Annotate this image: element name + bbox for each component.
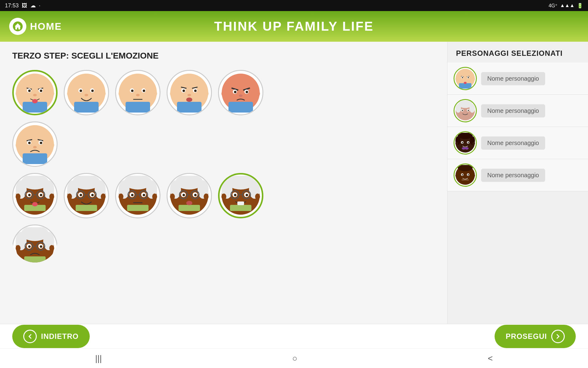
- next-label: PROSEGUI: [506, 332, 547, 341]
- wifi-icon: ▲▲▲: [560, 3, 575, 8]
- svg-point-3: [16, 90, 21, 97]
- menu-button[interactable]: |||: [95, 354, 102, 363]
- svg-point-20: [91, 90, 94, 92]
- avatar-bald-sad[interactable]: [12, 121, 58, 167]
- svg-point-43: [186, 98, 192, 102]
- back-nav-button[interactable]: <: [488, 354, 493, 363]
- right-panel-title: PERSONAGGI SELEZIONATI: [447, 42, 588, 63]
- character-item-4[interactable]: Nome personaggio: [447, 159, 588, 191]
- svg-point-106: [131, 194, 134, 196]
- back-nav-icon: <: [488, 354, 493, 363]
- battery-icon: 🔋: [577, 3, 583, 9]
- right-panel: PERSONAGGI SELEZIONATI: [447, 42, 588, 324]
- svg-point-136: [234, 194, 236, 196]
- signal-icon: 4G⁺: [548, 3, 557, 9]
- avatar-bald-disgust[interactable]: [12, 70, 58, 115]
- svg-point-78: [40, 194, 42, 196]
- character-item-3[interactable]: Nome personaggio: [447, 127, 588, 159]
- next-arrow-icon: [554, 333, 562, 340]
- svg-point-53: [246, 91, 248, 93]
- avatar-grandma-neutral[interactable]: [115, 173, 160, 218]
- home-icon-circle: [9, 18, 26, 35]
- bottom-bar: INDIETRO PROSEGUI: [0, 324, 588, 348]
- svg-point-130: [255, 194, 260, 200]
- svg-point-187: [455, 174, 458, 177]
- image-icon: 🖼: [22, 2, 27, 9]
- next-button[interactable]: PROSEGUI: [495, 325, 576, 348]
- svg-point-124: [186, 201, 192, 205]
- header: HOME THINK UP FAMILY LIFE: [0, 11, 588, 42]
- menu-icon: |||: [95, 354, 102, 363]
- svg-point-9: [28, 90, 31, 92]
- svg-point-172: [468, 110, 469, 111]
- next-arrow-circle: [551, 330, 565, 343]
- svg-point-42: [187, 94, 191, 96]
- svg-point-71: [49, 194, 54, 200]
- svg-point-178: [473, 142, 475, 145]
- character-item-1[interactable]: Nome personaggio: [447, 63, 588, 95]
- grandma-row-1: [12, 173, 435, 218]
- avatar-grandma-smile-selected[interactable]: [218, 173, 263, 218]
- avatar-bald-surprised[interactable]: [167, 70, 212, 115]
- back-label: INDIETRO: [41, 332, 79, 341]
- svg-point-171: [462, 110, 463, 111]
- svg-point-167: [455, 104, 461, 113]
- avatar-grandma-disgust[interactable]: [12, 173, 58, 218]
- status-icons: 4G⁺ ▲▲▲ 🔋: [548, 3, 583, 9]
- character-list: Nome personaggio: [447, 63, 588, 324]
- home-nav-icon: ○: [292, 354, 297, 363]
- home-nav-button[interactable]: ○: [292, 354, 297, 363]
- svg-rect-45: [228, 102, 253, 113]
- svg-rect-108: [127, 205, 149, 211]
- header-title: THINK UP FAMILY LIFE: [214, 19, 374, 34]
- svg-point-137: [246, 194, 248, 196]
- svg-point-21: [85, 94, 88, 96]
- avatar-grandma-sad[interactable]: [12, 224, 58, 270]
- svg-point-99: [119, 194, 123, 200]
- home-button[interactable]: HOME: [9, 18, 62, 35]
- svg-point-15: [67, 90, 72, 97]
- avatar-grandma-happy[interactable]: [64, 173, 109, 218]
- svg-point-182: [468, 142, 469, 143]
- svg-point-41: [194, 90, 197, 92]
- svg-rect-23: [126, 102, 150, 113]
- svg-point-16: [101, 90, 106, 97]
- svg-point-35: [204, 90, 209, 97]
- svg-rect-138: [230, 205, 251, 211]
- character-item-2[interactable]: Nome personaggio: [447, 95, 588, 127]
- svg-point-54: [239, 94, 243, 97]
- svg-point-156: [455, 77, 458, 80]
- svg-point-168: [469, 104, 475, 113]
- left-panel: TERZO STEP: SCEGLI L'EMOZIONE: [0, 42, 447, 324]
- svg-point-11: [33, 94, 37, 96]
- svg-point-162: [462, 77, 463, 78]
- svg-point-192: [468, 174, 469, 175]
- svg-point-64: [40, 142, 42, 144]
- svg-rect-94: [76, 205, 97, 211]
- svg-point-164: [464, 82, 466, 84]
- svg-point-122: [194, 194, 197, 196]
- svg-point-181: [462, 142, 463, 143]
- svg-point-57: [16, 142, 21, 148]
- svg-point-46: [221, 90, 226, 97]
- svg-point-24: [119, 90, 123, 97]
- char-avatar-2: [454, 99, 477, 122]
- svg-point-30: [136, 94, 140, 96]
- svg-point-92: [80, 194, 82, 196]
- avatar-bald-happy[interactable]: [64, 70, 109, 115]
- avatar-grandma-surprised[interactable]: [167, 173, 212, 218]
- avatar-bald-neutral[interactable]: [115, 70, 160, 115]
- svg-point-121: [183, 194, 185, 196]
- svg-point-85: [67, 194, 72, 200]
- svg-point-100: [152, 194, 157, 200]
- svg-rect-33: [177, 102, 202, 113]
- svg-rect-123: [179, 205, 200, 211]
- svg-point-107: [143, 194, 145, 196]
- status-bar: 17:53 🖼 ☁ · 4G⁺ ▲▲▲ 🔋: [0, 0, 588, 11]
- svg-point-86: [101, 194, 106, 200]
- back-button[interactable]: INDIETRO: [12, 325, 90, 348]
- svg-point-152: [40, 245, 42, 248]
- svg-point-77: [28, 194, 31, 196]
- avatar-bald-angry[interactable]: [218, 70, 263, 115]
- svg-point-93: [91, 194, 94, 196]
